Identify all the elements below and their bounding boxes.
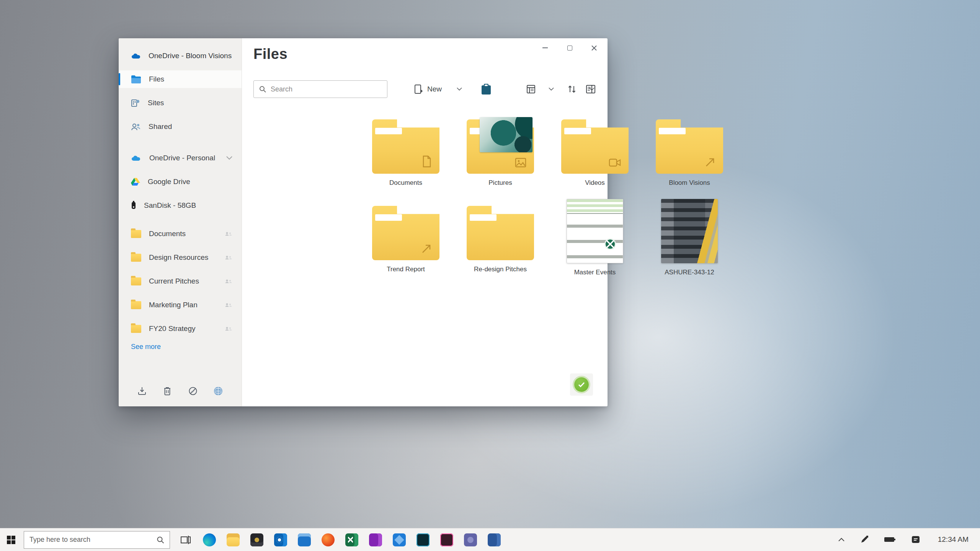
search-input[interactable] xyxy=(271,85,382,93)
sidebar-item-files[interactable]: Files xyxy=(119,70,242,88)
new-button[interactable]: New xyxy=(414,84,442,94)
folder-label: Marketing Plan xyxy=(149,301,198,309)
view-options-icon[interactable] xyxy=(524,82,539,97)
sort-icon[interactable] xyxy=(564,82,580,97)
item-label: Re-design Pitches xyxy=(454,266,546,273)
hidden-icons-chevron-icon[interactable] xyxy=(838,538,844,541)
offline-icon[interactable] xyxy=(186,385,199,398)
selected-accent-bar xyxy=(119,73,120,85)
view-chevron-down-icon[interactable] xyxy=(544,82,559,97)
minimize-button[interactable] xyxy=(539,43,552,53)
sidebar-account-header[interactable]: OneDrive - Bloom Visions xyxy=(119,48,242,64)
files-icon xyxy=(131,75,141,83)
taskbar-app-photos-icon[interactable] xyxy=(387,528,411,551)
image-file-thumbnail xyxy=(661,199,718,263)
grid-item-trend-report[interactable]: Trend Report xyxy=(360,206,452,273)
new-chevron-down-icon[interactable] xyxy=(452,82,467,97)
grid-item-ashure-image[interactable]: ASHURE-343-12 xyxy=(644,199,735,276)
sidebar-folder-documents[interactable]: Documents xyxy=(119,225,242,243)
taskbar-app-photoshop-icon[interactable] xyxy=(411,528,435,551)
premium-icon[interactable] xyxy=(212,385,225,398)
sidebar-folder-marketing-plan[interactable]: Marketing Plan xyxy=(119,296,242,314)
taskbar-app-excel-icon[interactable] xyxy=(340,528,364,551)
notifications-icon[interactable] xyxy=(911,535,920,544)
vault-group xyxy=(479,80,494,99)
folder-icon xyxy=(131,230,141,238)
minimize-icon xyxy=(542,47,548,48)
file-search-box[interactable] xyxy=(253,80,387,98)
taskbar-search-input[interactable] xyxy=(29,536,153,544)
sync-status-chip[interactable] xyxy=(570,373,593,396)
pen-icon[interactable] xyxy=(860,535,869,544)
item-label: Master Events xyxy=(549,269,641,276)
taskbar-app-outlook-icon[interactable] xyxy=(269,528,292,551)
sidebar-account-sandisk[interactable]: SanDisk - 58GB xyxy=(119,197,242,214)
download-icon[interactable] xyxy=(136,385,149,398)
onedrive-cloud-icon xyxy=(131,52,142,60)
taskbar-app-camera-icon[interactable] xyxy=(245,528,269,551)
taskbar-app-firefox-icon[interactable] xyxy=(316,528,340,551)
shortcut-badge-icon xyxy=(421,243,432,254)
task-view-icon[interactable] xyxy=(174,528,198,551)
details-group xyxy=(583,80,598,99)
folder-icon xyxy=(131,325,141,333)
sidebar-account-onedrive-personal[interactable]: OneDrive - Personal xyxy=(119,149,242,167)
taskbar-app-word-icon[interactable] xyxy=(482,528,506,551)
personal-vault-icon[interactable] xyxy=(479,82,494,97)
shared-status-icon xyxy=(225,255,232,260)
taskbar-app-file-explorer-icon[interactable] xyxy=(221,528,245,551)
taskbar: 12:34 AM xyxy=(0,528,980,551)
sidebar-folder-fy20-strategy[interactable]: FY20 Strategy xyxy=(119,320,242,337)
grid-item-pictures[interactable]: Pictures xyxy=(454,119,546,187)
windows-logo-icon xyxy=(7,536,15,544)
taskbar-app-calendar-icon[interactable] xyxy=(292,528,316,551)
image-badge-icon xyxy=(515,158,526,168)
sidebar-folder-current-pitches[interactable]: Current Pitches xyxy=(119,272,242,290)
sidebar-folder-design-resources[interactable]: Design Resources xyxy=(119,249,242,266)
battery-icon[interactable] xyxy=(884,536,896,543)
grid-item-redesign-pitches[interactable]: Re-design Pitches xyxy=(454,206,546,273)
photo-preview xyxy=(480,117,532,152)
see-more-link[interactable]: See more xyxy=(131,343,161,351)
folder-icon xyxy=(131,254,141,262)
grid-item-bloom-visions[interactable]: Bloom Visions xyxy=(644,119,735,187)
sidebar-account-google-drive[interactable]: Google Drive xyxy=(119,173,242,191)
excel-logo-icon xyxy=(604,238,616,250)
sidebar-item-label: Sites xyxy=(148,99,164,107)
grid-item-documents[interactable]: Documents xyxy=(360,119,452,187)
item-label: ASHURE-343-12 xyxy=(644,269,735,276)
video-badge-icon xyxy=(609,158,621,168)
taskbar-app-teams-icon[interactable] xyxy=(459,528,482,551)
taskbar-app-edge-icon[interactable] xyxy=(198,528,221,551)
maximize-icon xyxy=(567,46,572,51)
grid-item-videos[interactable]: Videos xyxy=(549,119,641,187)
folder-label: FY20 Strategy xyxy=(149,324,195,333)
start-button[interactable] xyxy=(0,528,22,551)
window-caption-controls xyxy=(539,43,601,53)
folder-icon xyxy=(467,119,534,174)
recycle-bin-icon[interactable] xyxy=(161,385,174,398)
folder-icon xyxy=(561,119,629,174)
taskbar-app-adobe-xd-icon[interactable] xyxy=(435,528,459,551)
excel-file-thumbnail xyxy=(567,199,623,263)
taskbar-app-onenote-icon[interactable] xyxy=(364,528,387,551)
close-button[interactable] xyxy=(588,43,601,53)
main-pane: Files New xyxy=(242,38,608,406)
folder-icon xyxy=(131,301,141,309)
item-label: Pictures xyxy=(454,179,546,187)
maximize-button[interactable] xyxy=(563,43,576,53)
sidebar-item-shared[interactable]: Shared xyxy=(119,118,242,135)
folder-icon xyxy=(372,206,439,260)
onedrive-cloud-icon xyxy=(131,154,142,162)
close-icon xyxy=(591,45,597,51)
details-pane-icon[interactable] xyxy=(583,82,598,97)
toolbar: New xyxy=(253,80,598,99)
clock[interactable]: 12:34 AM xyxy=(936,535,969,544)
chevron-down-icon[interactable] xyxy=(226,156,232,160)
grid-item-master-events[interactable]: Master Events xyxy=(549,199,641,276)
search-icon xyxy=(259,86,266,93)
account-title-label: OneDrive - Bloom Visions xyxy=(149,52,232,60)
sidebar-item-sites[interactable]: Sites xyxy=(119,94,242,112)
item-label: Bloom Visions xyxy=(644,179,735,187)
taskbar-search-box[interactable] xyxy=(24,531,170,549)
